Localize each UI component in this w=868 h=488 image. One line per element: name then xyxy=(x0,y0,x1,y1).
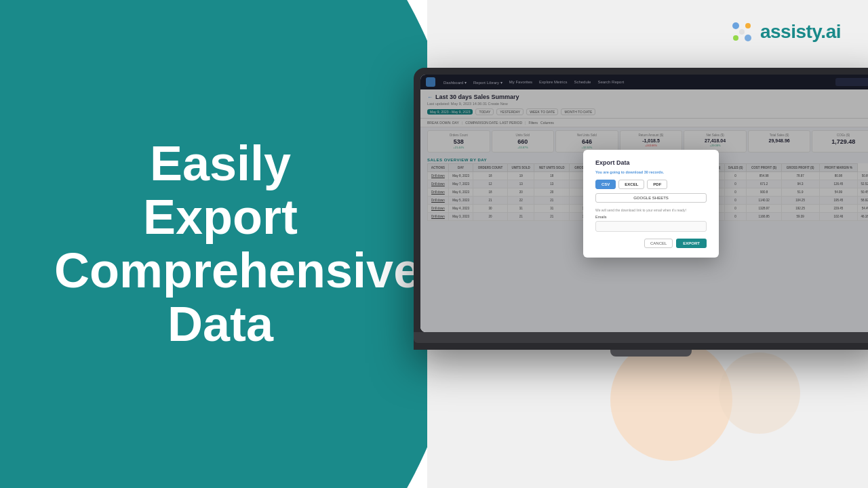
svg-point-1 xyxy=(745,23,751,28)
hero-line4: Data xyxy=(54,298,387,351)
modal-desc-text: You are going to download xyxy=(595,170,643,174)
pdf-button[interactable]: PDF xyxy=(647,180,667,189)
hero-line1: Easily xyxy=(54,137,387,190)
hero-line3: Comprehensive xyxy=(54,244,387,298)
excel-button[interactable]: EXCEL xyxy=(618,180,644,189)
hero-text: Easily Export Comprehensive Data xyxy=(54,137,387,352)
modal-title: Export Data xyxy=(595,159,707,166)
deco-circle-small xyxy=(719,352,800,434)
emails-input[interactable] xyxy=(595,221,707,232)
logo-area: assisty.ai xyxy=(729,19,841,45)
logo-text-ai: .ai xyxy=(821,21,841,42)
page-wrapper: Easily Export Comprehensive Data assisty… xyxy=(0,0,868,488)
modal-send-description: We will send the download link to your e… xyxy=(595,208,707,212)
export-modal: Export Data You are going to download 30… xyxy=(583,150,719,258)
right-section: assisty.ai Dashboard ▾ Report Lib xyxy=(427,0,868,488)
laptop-base xyxy=(414,332,868,343)
svg-point-3 xyxy=(745,35,751,41)
modal-overlay: Export Data You are going to download 30… xyxy=(420,75,868,332)
svg-point-4 xyxy=(739,29,745,35)
modal-record-count: 30 xyxy=(644,170,648,174)
logo-text: assisty.ai xyxy=(760,21,841,43)
hero-section: Easily Export Comprehensive Data xyxy=(0,0,427,488)
export-button[interactable]: EXPORT xyxy=(676,239,707,248)
format-buttons: CSV EXCEL PDF xyxy=(595,180,707,189)
logo-icon xyxy=(729,19,755,45)
logo-text-assisty: assisty xyxy=(760,21,821,42)
laptop-screen: Dashboard ▾ Report Library ▾ My Favorite… xyxy=(420,75,868,332)
google-sheets-button[interactable]: GOOGLE SHEETS xyxy=(595,193,707,203)
csv-button[interactable]: CSV xyxy=(595,180,616,189)
modal-records-label: records. xyxy=(649,170,664,174)
laptop-stand xyxy=(610,350,692,357)
svg-point-2 xyxy=(733,35,738,41)
modal-actions: CANCEL EXPORT xyxy=(595,239,707,248)
modal-desc: You are going to download 30 records. xyxy=(595,170,707,174)
dashboard-ui: Dashboard ▾ Report Library ▾ My Favorite… xyxy=(420,75,868,332)
laptop-mockup: Dashboard ▾ Report Library ▾ My Favorite… xyxy=(414,68,868,357)
emails-label: Emails xyxy=(595,215,707,219)
deco-circle-large xyxy=(610,339,732,461)
cancel-button[interactable]: CANCEL xyxy=(644,239,673,248)
svg-point-0 xyxy=(732,22,739,29)
hero-line2: Export xyxy=(54,190,387,244)
laptop-body: Dashboard ▾ Report Library ▾ My Favorite… xyxy=(414,68,868,350)
